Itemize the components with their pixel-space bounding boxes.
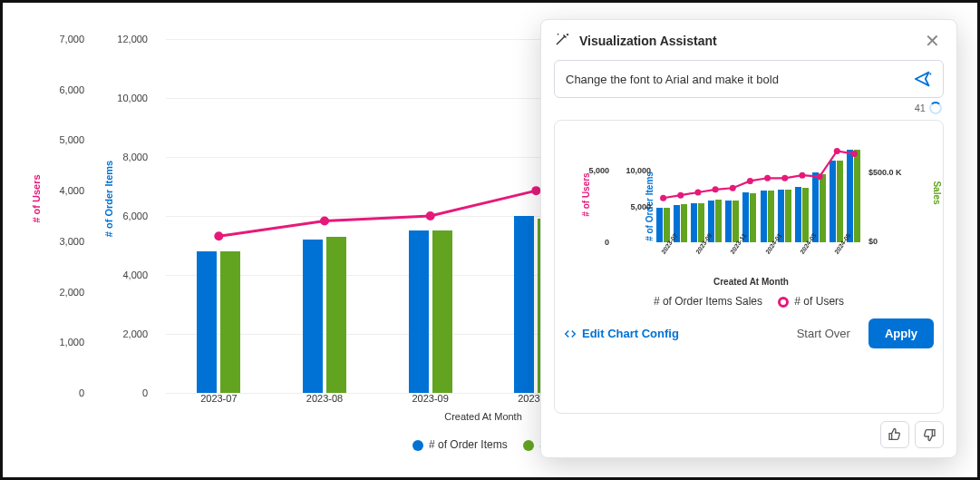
legend-label-orders: # of Order Items [429, 438, 508, 451]
thumbs-up-button[interactable] [880, 421, 909, 448]
preview-chart: # of Users# of Order ItemsSales05,0005,0… [564, 133, 934, 288]
spinner-icon [929, 102, 942, 114]
svg-point-8 [694, 190, 701, 196]
left2-tick: 8,000 [112, 152, 148, 162]
bar-sales [326, 237, 346, 393]
legend-label-users: # of Users [794, 295, 844, 308]
mini-sales-label: Sales [932, 181, 942, 204]
x-tick: 2023-08 [306, 393, 343, 404]
bar-order-items [197, 251, 217, 393]
mini-plot-area [655, 142, 863, 242]
prompt-input[interactable] [564, 72, 907, 87]
left1-tick: 1,000 [48, 337, 84, 348]
left2-tick: 2,000 [112, 328, 148, 339]
svg-point-15 [817, 173, 823, 180]
svg-point-2 [426, 211, 435, 220]
thumbs-down-button[interactable] [915, 421, 944, 448]
left1-tick: 4,000 [48, 185, 84, 196]
apply-button[interactable]: Apply [868, 318, 934, 348]
left2-tick: 12,000 [112, 34, 148, 44]
bar-sales [220, 251, 240, 393]
bar-sales [432, 230, 452, 393]
legend-ring-pink [778, 297, 789, 308]
x-tick: 2023-07 [200, 393, 237, 404]
svg-point-12 [764, 175, 771, 181]
mini-left1-tick: 0 [584, 238, 609, 247]
svg-point-7 [677, 192, 684, 199]
x-tick: 2023-09 [412, 393, 448, 404]
panel-title: Visualization Assistant [579, 34, 912, 48]
preview-legend: # of Order Items Sales # of Users [564, 295, 934, 308]
svg-point-1 [320, 217, 329, 226]
legend-dot-green [523, 440, 534, 451]
edit-chart-config-link[interactable]: Edit Chart Config [564, 327, 679, 340]
edit-chart-config-label: Edit Chart Config [582, 327, 679, 340]
mini-right-tick: $500.0 K [868, 168, 902, 177]
mini-x-title: Created At Month [713, 277, 789, 287]
left1-tick: 6,000 [48, 84, 84, 95]
left1-tick: 2,000 [48, 287, 84, 298]
preview-card: # of Users# of Order ItemsSales05,0005,0… [554, 120, 944, 414]
svg-point-3 [531, 186, 540, 195]
start-over-button[interactable]: Start Over [786, 319, 861, 348]
svg-point-6 [660, 195, 666, 201]
left-axis-users-label: # of Users [31, 174, 42, 222]
left1-tick: 0 [48, 387, 84, 398]
left2-tick: 4,000 [112, 269, 148, 280]
svg-point-11 [747, 178, 753, 184]
mini-right-tick: $0 [868, 237, 878, 246]
svg-point-17 [851, 151, 858, 157]
visualization-assistant-panel: Visualization Assistant ✕ 41 # of Users#… [540, 19, 957, 458]
svg-point-14 [799, 172, 805, 179]
send-icon[interactable] [914, 70, 934, 88]
svg-point-0 [214, 231, 223, 240]
svg-point-13 [781, 175, 788, 181]
left-axis-orders-label: # of Order Items [103, 161, 114, 237]
svg-point-9 [713, 186, 719, 192]
bar-order-items [514, 216, 534, 393]
prompt-input-container [554, 60, 944, 98]
svg-point-10 [730, 185, 736, 191]
legend-dot-blue [412, 440, 423, 451]
left2-tick: 10,000 [112, 93, 148, 103]
counter-text: 41 [915, 103, 926, 113]
legend-label-orders: # of Order Items [654, 295, 733, 308]
mini-left2-tick: 5,000 [626, 202, 651, 211]
magic-wand-icon [554, 31, 570, 51]
legend-label-sales: Sales [735, 295, 762, 308]
left1-tick: 7,000 [48, 34, 84, 44]
left2-tick: 6,000 [112, 211, 148, 221]
left1-tick: 5,000 [48, 134, 84, 145]
mini-left1-tick: 5,000 [584, 166, 609, 175]
mini-left2-tick: 10,000 [626, 166, 651, 175]
left1-tick: 3,000 [48, 236, 84, 247]
bar-order-items [303, 240, 323, 393]
left2-tick: 0 [112, 387, 148, 398]
bar-order-items [409, 230, 429, 393]
close-icon[interactable]: ✕ [921, 32, 944, 50]
svg-point-16 [834, 148, 840, 154]
mini-users-label: # of Users [581, 172, 591, 216]
